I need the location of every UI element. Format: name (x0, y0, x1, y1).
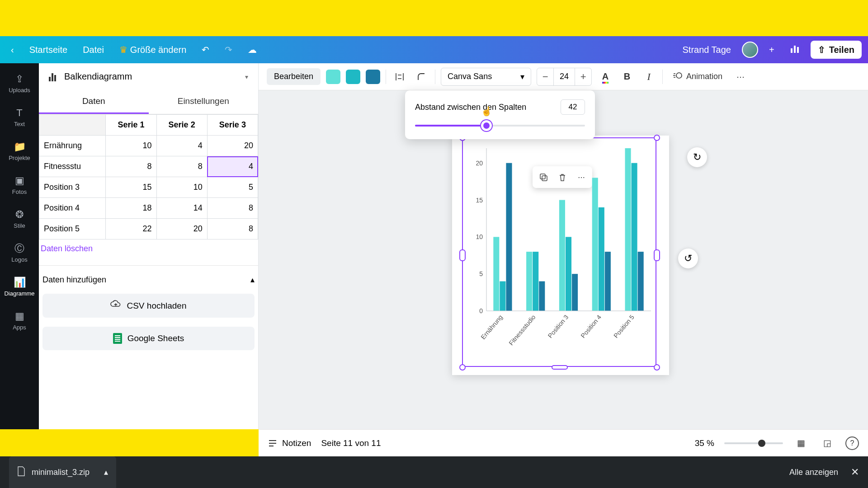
svg-rect-19 (526, 252, 532, 311)
share-button[interactable]: ⇧Teilen (811, 41, 862, 59)
resize-handle-e[interactable] (654, 249, 660, 261)
download-filename: minimalist_3.zip (32, 468, 90, 477)
spacing-value[interactable]: 42 (561, 99, 585, 115)
rail-apps[interactable]: ▦Apps (0, 305, 39, 336)
undo-icon: ↶ (202, 44, 209, 55)
spacing-button[interactable] (392, 69, 408, 85)
avatar[interactable] (742, 42, 758, 58)
tab-data[interactable]: Daten (39, 90, 149, 114)
rounding-button[interactable] (413, 69, 429, 85)
insights-button[interactable] (785, 41, 804, 59)
chart-type-dropdown[interactable]: Balkendiagramm ▾ (39, 63, 258, 90)
status-bar: Notizen Seite 11 von 11 35 % ▦ ◲ ? (259, 429, 868, 456)
apps-icon: ▦ (14, 310, 25, 322)
refresh-button[interactable]: ↻ (687, 147, 707, 167)
resize-handle-ne[interactable] (654, 135, 660, 141)
download-chip[interactable]: minimalist_3.zip ▴ (9, 456, 116, 488)
fullscreen-button[interactable]: ◲ (819, 435, 835, 451)
show-all-downloads[interactable]: Alle anzeigen (789, 468, 838, 477)
chevron-down-icon: ▾ (245, 73, 248, 80)
google-sheets-icon (113, 333, 122, 344)
chevron-up-icon: ▴ (250, 275, 255, 285)
cursor-indicator: ☝ (481, 106, 492, 117)
table-row[interactable]: Fitnessstu 8 8 4 (39, 156, 258, 177)
rail-logos[interactable]: ⒸLogos (0, 237, 39, 268)
rail-photos[interactable]: ▣Fotos (0, 169, 39, 201)
upload-csv-button[interactable]: CSV hochladen (42, 294, 255, 318)
grid-view-button[interactable]: ▦ (793, 435, 809, 451)
resize-handle-sw[interactable] (459, 364, 466, 371)
slider-thumb[interactable] (481, 120, 492, 131)
bold-button[interactable]: B (619, 69, 635, 85)
redo-button[interactable]: ↷ (220, 42, 237, 58)
table-row[interactable]: Position 5 22 20 8 (39, 219, 258, 239)
notes-icon (268, 438, 278, 448)
clear-data-link[interactable]: Daten löschen (39, 239, 258, 263)
copyright-icon: Ⓒ (14, 243, 25, 254)
file-menu[interactable]: Datei (78, 42, 108, 58)
expand-icon: ◲ (823, 438, 831, 448)
zoom-slider[interactable] (724, 442, 783, 444)
undo-button[interactable]: ↶ (197, 42, 214, 58)
cloud-upload-icon (110, 300, 121, 311)
cloud-sync[interactable]: ☁ (243, 42, 261, 58)
resize-button[interactable]: ♛Größe ändern (115, 42, 191, 58)
spacing-slider[interactable] (415, 121, 585, 130)
resize-handle-w[interactable] (459, 249, 466, 261)
svg-rect-32 (632, 163, 637, 311)
rail-text[interactable]: TText (0, 102, 39, 133)
data-table[interactable]: Serie 1 Serie 2 Serie 3 Ernährung 10 4 2… (39, 114, 258, 239)
edit-button[interactable]: Bearbeiten (267, 68, 321, 85)
font-size-minus[interactable]: − (537, 71, 553, 83)
spacing-label: Abstand zwischen den Spalten (415, 103, 526, 112)
zoom-value: 35 % (695, 438, 714, 448)
add-data-toggle[interactable]: Daten hinzufügen ▴ (39, 270, 258, 289)
rail-projects[interactable]: 📁Projekte (0, 136, 39, 167)
spacing-icon (394, 71, 405, 82)
table-row[interactable]: Position 4 18 14 8 (39, 198, 258, 219)
file-icon (17, 466, 25, 479)
help-button[interactable]: ? (845, 436, 859, 450)
chart[interactable]: 05101520ErnährungFitnessstudioPosition 3… (468, 144, 653, 361)
rail-charts[interactable]: 📊Diagramme (0, 271, 39, 302)
home-link[interactable]: Startseite (25, 42, 72, 58)
font-dropdown[interactable]: Canva Sans ▾ (441, 68, 531, 86)
animation-button[interactable]: Animation (668, 69, 727, 85)
table-row[interactable]: Position 3 15 10 5 (39, 177, 258, 198)
chart-type-label: Balkendiagramm (64, 71, 132, 82)
col-header-2[interactable]: Serie 2 (156, 115, 207, 136)
rail-styles[interactable]: ❂Stile (0, 203, 39, 235)
notes-button[interactable]: Notizen (268, 438, 311, 448)
italic-button[interactable]: I (641, 69, 657, 85)
font-size-plus[interactable]: + (575, 71, 591, 83)
bar-chart-icon (49, 72, 58, 81)
add-member-button[interactable]: + (764, 42, 779, 58)
rotate-button[interactable]: ↺ (678, 249, 698, 268)
resize-handle-se[interactable] (654, 364, 660, 371)
color-swatch-3[interactable] (366, 70, 380, 84)
close-downloads[interactable]: ✕ (851, 466, 859, 478)
motion-icon (673, 70, 683, 83)
font-size-value[interactable]: 24 (553, 68, 575, 85)
resize-handle-s[interactable] (552, 365, 568, 370)
more-button[interactable]: ⋯ (732, 69, 749, 85)
svg-rect-29 (605, 252, 611, 311)
data-sheet: Serie 1 Serie 2 Serie 3 Ernährung 10 4 2… (39, 114, 258, 239)
table-corner[interactable] (39, 115, 106, 136)
rail-uploads[interactable]: ⇪Uploads (0, 68, 39, 99)
doc-title[interactable]: Strand Tage (678, 42, 736, 58)
back-button[interactable]: ‹ (6, 42, 19, 58)
svg-rect-16 (500, 282, 505, 311)
col-header-1[interactable]: Serie 1 (106, 115, 156, 136)
color-swatch-2[interactable] (346, 70, 360, 84)
download-bar: minimalist_3.zip ▴ Alle anzeigen ✕ (0, 456, 868, 488)
google-sheets-button[interactable]: Google Sheets (42, 327, 255, 350)
col-header-3[interactable]: Serie 3 (207, 115, 258, 136)
table-row[interactable]: Ernährung 10 4 20 (39, 136, 258, 156)
spacing-popover: Abstand zwischen den Spalten 42 ☝ (405, 90, 595, 139)
chevron-down-icon: ▾ (520, 72, 524, 82)
tab-settings[interactable]: Einstellungen (149, 90, 259, 114)
color-swatch-1[interactable] (326, 70, 340, 84)
text-color-button[interactable]: A (597, 69, 613, 85)
image-icon: ▣ (14, 175, 25, 187)
